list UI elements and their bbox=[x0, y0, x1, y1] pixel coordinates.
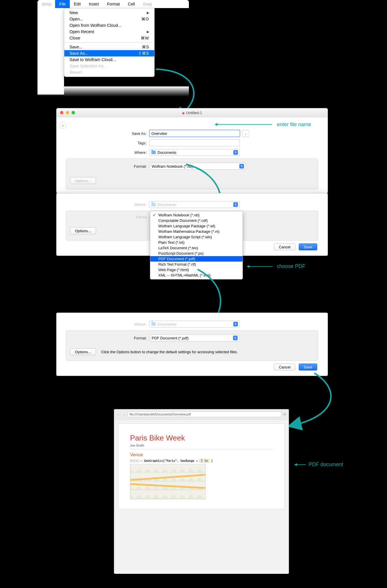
annotation-pdf-document: PDF document bbox=[309, 462, 343, 468]
pdf-section: Venue bbox=[130, 452, 273, 457]
folder-icon bbox=[151, 151, 156, 154]
options-button[interactable]: Options... bbox=[70, 177, 96, 184]
chevron-updown-icon: ⇅ bbox=[233, 336, 238, 340]
file-menu-item[interactable]: Open from Wolfram Cloud... bbox=[64, 22, 154, 29]
file-menu-item[interactable]: Save As...⇧⌘S bbox=[64, 50, 154, 56]
cancel-button[interactable]: Cancel bbox=[274, 364, 295, 370]
menu-edit[interactable]: Edit bbox=[70, 0, 85, 8]
where-value: Documents bbox=[157, 203, 176, 207]
file-menu: New▶Open...⌘OOpen from Wolfram Cloud...O… bbox=[64, 8, 155, 77]
address-bar[interactable] bbox=[127, 411, 281, 417]
format-option[interactable]: Web Page (*.html) bbox=[150, 267, 243, 273]
flow-arrow-4 bbox=[288, 372, 343, 429]
new-tab-button[interactable]: + bbox=[59, 122, 66, 129]
pdf-author: Joe Smith bbox=[130, 444, 273, 447]
format-label: Format: bbox=[70, 164, 147, 169]
expand-button[interactable]: ⌄ bbox=[242, 130, 249, 137]
pdf-page: Paris Bike Week Joe Smith Venue In[1]:= … bbox=[118, 423, 285, 509]
menubar: sktop File Edit Insert Format Cell Grap bbox=[37, 0, 189, 8]
back-button[interactable]: ← bbox=[117, 412, 120, 417]
format-option[interactable]: Wolfram Language Package (*.wl) bbox=[150, 223, 243, 229]
menu-cell[interactable]: Cell bbox=[124, 0, 139, 8]
menu-file[interactable]: File bbox=[55, 0, 70, 8]
where-select[interactable]: Documents ⇅ bbox=[149, 201, 240, 208]
save-dialog-3: Where: Documents ⇅ Format: PDF Document … bbox=[56, 313, 328, 376]
annotation-choose-pdf: choose PDF bbox=[277, 263, 305, 269]
browser-toolbar: ← → ⟳ bbox=[114, 409, 289, 419]
format-option[interactable]: Wolfram Language Script (*.wls) bbox=[150, 234, 243, 240]
folder-icon bbox=[151, 203, 156, 206]
format-option[interactable]: XML -- XHTML+MathML (*.xml) bbox=[150, 273, 243, 278]
file-menu-item[interactable]: Save...⌘S bbox=[64, 44, 154, 50]
format-value: PDF Document (*.pdf) bbox=[152, 336, 189, 340]
pdf-preview-window: ← → ⟳ Paris Bike Week Joe Smith Venue In… bbox=[114, 409, 289, 574]
menu-insert[interactable]: Insert bbox=[85, 0, 103, 8]
forward-button[interactable]: → bbox=[122, 412, 126, 417]
format-label: Format: bbox=[70, 336, 147, 340]
format-select[interactable]: Wolfram Notebook (*.nb) ⇅ bbox=[150, 163, 246, 170]
folder-icon bbox=[151, 322, 156, 326]
annotation-enter-filename: enter file name bbox=[277, 122, 311, 128]
format-option[interactable]: Wolfram Mathematica Package (*.m) bbox=[150, 229, 243, 234]
chevron-updown-icon: ⇅ bbox=[233, 202, 238, 207]
chevron-updown-icon: ⇅ bbox=[239, 164, 244, 169]
map-graphic bbox=[130, 464, 206, 499]
save-button[interactable]: Save bbox=[299, 243, 317, 250]
format-value: Wolfram Notebook (*.nb) bbox=[152, 164, 193, 169]
chevron-updown-icon: ⇅ bbox=[233, 322, 238, 326]
save-dialog-1: ◉ Untitled-1 + Save As: ⌄ Tags: Where: D… bbox=[56, 108, 328, 193]
format-option[interactable]: PDF Document (*.pdf) bbox=[150, 256, 243, 262]
menu-graphics[interactable]: Grap bbox=[139, 0, 156, 8]
cancel-button[interactable]: Cancel bbox=[274, 243, 295, 250]
file-menu-item: Save Selection As... bbox=[64, 63, 154, 69]
file-menu-item[interactable]: Close⌘W bbox=[64, 35, 154, 41]
options-button[interactable]: Options... bbox=[70, 348, 96, 355]
format-option[interactable]: Rich Text Format (*.rtf) bbox=[150, 262, 243, 267]
file-menu-item[interactable]: New▶ bbox=[64, 10, 154, 16]
where-select[interactable]: Documents ⇅ bbox=[149, 321, 240, 328]
file-menu-item[interactable]: Open Recent▶ bbox=[64, 29, 154, 35]
tags-input[interactable] bbox=[149, 139, 240, 146]
where-label: Where: bbox=[57, 150, 146, 155]
file-menu-item[interactable]: Save to Wolfram Cloud... bbox=[64, 56, 154, 63]
saveas-input[interactable] bbox=[149, 130, 240, 137]
window-title: Untitled-1 bbox=[186, 111, 202, 115]
where-value: Documents bbox=[157, 322, 176, 326]
format-option[interactable]: Computable Document (*.cdf) bbox=[150, 218, 243, 223]
options-button[interactable]: Options... bbox=[70, 227, 96, 234]
tags-label: Tags: bbox=[57, 141, 146, 145]
file-menu-item: Revert bbox=[64, 69, 154, 75]
format-option[interactable]: Plain Text (*.txt) bbox=[150, 240, 243, 245]
menu-desktop[interactable]: sktop bbox=[37, 0, 55, 8]
format-option[interactable]: Wolfram Notebook (*.nb) bbox=[150, 212, 243, 218]
format-option[interactable]: PostScript Document (*.ps) bbox=[150, 251, 243, 256]
options-hint: Click the Options button to change the d… bbox=[101, 350, 238, 354]
reload-button[interactable]: ⟳ bbox=[283, 412, 286, 417]
pdf-title: Paris Bike Week bbox=[130, 434, 273, 443]
where-label: Where: bbox=[57, 322, 146, 326]
file-menu-item[interactable]: Open...⌘O bbox=[64, 16, 154, 22]
chevron-updown-icon: ⇅ bbox=[233, 150, 238, 155]
pdf-code: In[1]:= GeoGraphics["Paris", GeoRange → … bbox=[130, 459, 273, 462]
where-label: Where: bbox=[57, 203, 146, 207]
saveas-label: Save As: bbox=[57, 131, 146, 136]
where-value: Documents bbox=[157, 150, 176, 155]
format-dropdown[interactable]: Wolfram Notebook (*.nb)Computable Docume… bbox=[150, 211, 243, 279]
format-select[interactable]: PDF Document (*.pdf) ⇅ bbox=[150, 334, 240, 341]
titlebar: ◉ Untitled-1 bbox=[57, 108, 328, 117]
format-label: Forma bbox=[70, 215, 147, 219]
save-button[interactable]: Save bbox=[299, 364, 317, 370]
where-select[interactable]: Documents ⇅ bbox=[149, 149, 240, 156]
format-option[interactable]: LaTeX Document (*.tex) bbox=[150, 245, 243, 251]
menu-format[interactable]: Format bbox=[103, 0, 124, 8]
